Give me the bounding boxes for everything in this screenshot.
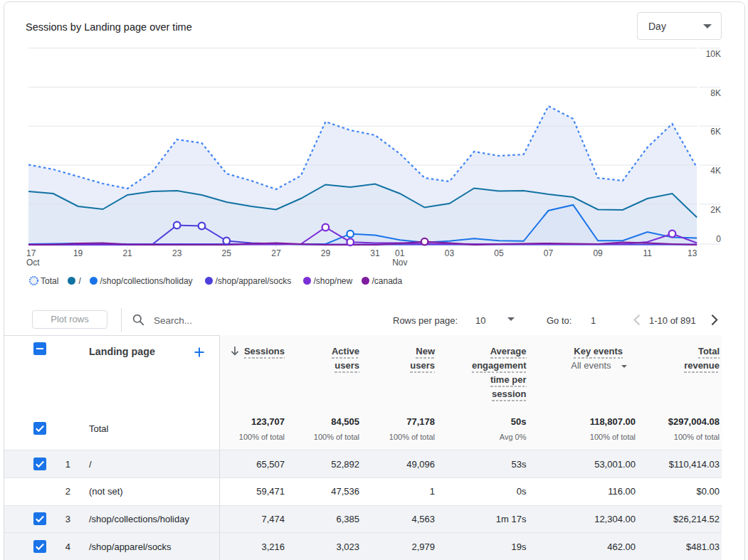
svg-text:19: 19 [73,248,83,258]
svg-text:21: 21 [122,248,132,258]
svg-text:8K: 8K [710,88,721,98]
svg-text:17: 17 [26,248,36,258]
svg-text:29: 29 [321,248,331,258]
svg-text:4K: 4K [710,166,721,176]
svg-text:01: 01 [395,248,405,258]
svg-text:Nov: Nov [392,258,407,268]
svg-text:09: 09 [593,248,603,258]
svg-text:6K: 6K [710,127,721,137]
svg-text:25: 25 [222,248,232,258]
svg-text:11: 11 [643,248,652,258]
svg-text:05: 05 [494,248,504,258]
svg-text:31: 31 [370,248,380,258]
svg-text:13: 13 [688,248,697,258]
svg-text:2K: 2K [710,205,721,215]
svg-text:0: 0 [716,234,721,244]
svg-text:Oct: Oct [26,258,40,268]
svg-text:10K: 10K [706,49,721,59]
svg-text:07: 07 [544,248,554,258]
svg-text:27: 27 [271,248,281,258]
svg-text:03: 03 [445,248,455,258]
svg-text:23: 23 [172,248,182,258]
